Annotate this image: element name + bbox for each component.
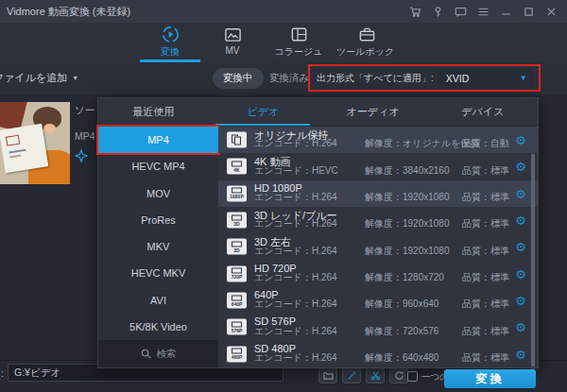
format-badge-icon: 1080P <box>227 185 247 201</box>
format-row[interactable]: 3D 3D 左右 エンコード：H.264 解像度：1920x1080 品質：標準… <box>218 233 538 260</box>
add-file-button[interactable]: ファイルを追加 ▼ <box>0 71 78 85</box>
settings-gear-icon[interactable]: ⚙ <box>515 240 526 254</box>
format-encode: エンコード：H.264 <box>254 137 337 150</box>
format-quality: 品質：標準 <box>462 351 509 365</box>
format-badge-icon <box>227 132 247 148</box>
main-nav: 変換 MV コラージュ ツールボックス <box>0 23 567 62</box>
folder-open-button[interactable] <box>318 367 337 383</box>
cut-button[interactable] <box>366 367 385 383</box>
format-encode: エンコード：H.264 <box>254 217 337 230</box>
format-quality: 品質：自動 <box>462 137 509 150</box>
format-row[interactable]: 640P 640P エンコード：H.264 解像度：960x640 品質：標準 … <box>218 287 538 314</box>
format-search[interactable]: 検索 <box>98 340 218 367</box>
mv-icon <box>224 26 242 43</box>
tab-device[interactable]: デバイス <box>428 98 538 126</box>
nav-label-convert: 変換 <box>161 45 180 59</box>
titlebar: Vidmore 動画変換 (未登録) <box>0 0 567 23</box>
output-format-value: XVID <box>438 73 470 84</box>
menu-icon[interactable] <box>477 6 490 18</box>
format-row[interactable]: 1080P HD 1080P エンコード：H.264 解像度：1920x1080… <box>218 180 538 207</box>
format-badge-icon: 640P <box>227 293 247 309</box>
format-encode: エンコード：H.264 <box>254 271 337 284</box>
format-resolution: 解像度：960x640 <box>365 298 438 311</box>
settings-gear-icon[interactable]: ⚙ <box>515 213 526 228</box>
settings-gear-icon[interactable]: ⚙ <box>515 320 526 334</box>
register-key-icon[interactable] <box>432 6 444 18</box>
settings-gear-icon[interactable]: ⚙ <box>515 186 526 200</box>
format-row[interactable]: 720P HD 720P エンコード：H.264 解像度：1280x720 品質… <box>218 261 538 287</box>
category-avi[interactable]: AVI <box>98 287 218 314</box>
format-row[interactable]: 576P SD 576P エンコード：H.264 解像度：720x576 品質：… <box>218 314 538 340</box>
nav-label-collage: コラージュ <box>275 45 323 59</box>
settings-gear-icon[interactable]: ⚙ <box>515 266 526 281</box>
format-badge-icon: 3D <box>227 239 247 255</box>
format-quality: 品質：標準 <box>462 325 509 338</box>
format-quality: 品質：標準 <box>462 245 509 258</box>
format-quality: 品質：標準 <box>462 271 509 284</box>
category-mp4[interactable]: MP4 <box>98 127 218 153</box>
format-badge-icon: 3D <box>227 213 247 229</box>
save-path-label-fragment: : <box>1 367 4 379</box>
feedback-icon[interactable] <box>455 6 467 18</box>
effect-wand-button[interactable] <box>342 367 361 383</box>
settings-gear-icon[interactable]: ⚙ <box>515 347 526 361</box>
save-path-value: G:¥ビデオ <box>14 366 60 380</box>
format-encode: エンコード：HEVC <box>254 164 338 178</box>
format-resolution: 解像度：1920x1080 <box>365 217 450 230</box>
close-icon[interactable] <box>545 6 558 18</box>
format-quality: 品質：標準 <box>462 217 509 230</box>
settings-gear-icon[interactable]: ⚙ <box>515 133 526 147</box>
source-format-fragment: MP4 <box>75 130 95 142</box>
settings-gear-icon[interactable]: ⚙ <box>515 294 526 308</box>
merge-checkbox[interactable] <box>407 371 418 382</box>
format-badge-icon: 720P <box>227 265 247 281</box>
toolbar-row: ファイルを追加 ▼ 変換中 変換済み 出力形式「すべてに適用」: XVID ▼ <box>0 62 567 94</box>
format-list: オリジナル保持 エンコード：H.264 解像度：オリジナルを保持 品質：自動 ⚙… <box>218 127 538 367</box>
format-badge-icon: 480P <box>227 346 247 362</box>
tab-video[interactable]: ビデオ <box>208 98 318 126</box>
format-popup-tabs: 最近使用 ビデオ オーディオ デバイス <box>98 98 538 127</box>
cart-icon[interactable] <box>409 6 421 18</box>
format-row[interactable]: オリジナル保持 エンコード：H.264 解像度：オリジナルを保持 品質：自動 ⚙ <box>218 127 538 153</box>
format-quality: 品質：標準 <box>462 191 509 204</box>
output-format-label: 出力形式「すべてに適用」: <box>317 72 434 85</box>
format-row[interactable]: 480P SD 480P エンコード：H.264 解像度：640x480 品質：… <box>218 341 538 367</box>
tab-audio[interactable]: オーディオ <box>318 98 428 126</box>
category-5k8k[interactable]: 5K/8K Video <box>98 314 218 340</box>
minimize-icon[interactable] <box>500 6 512 18</box>
nav-label-mv: MV <box>226 45 240 56</box>
category-mov[interactable]: MOV <box>98 180 218 207</box>
app-title: Vidmore 動画変換 (未登録) <box>0 5 130 19</box>
format-encode: エンコード：H.264 <box>254 191 337 204</box>
dropdown-caret-icon: ▼ <box>520 74 533 82</box>
tab-converting[interactable]: 変換中 <box>213 68 264 89</box>
search-icon <box>141 349 151 359</box>
scrollbar <box>531 152 535 371</box>
output-format-dropdown[interactable]: XVID ▼ <box>438 68 533 88</box>
edit-star-icon[interactable] <box>75 149 88 166</box>
refresh-button[interactable] <box>389 367 408 383</box>
scrollbar-thumb[interactable] <box>531 154 535 366</box>
toolbox-icon <box>358 26 376 43</box>
category-mkv[interactable]: MKV <box>98 233 218 260</box>
format-encode: エンコード：H.264 <box>254 245 337 258</box>
format-category-sidebar: MP4 HEVC MP4 MOV ProRes MKV HEVC MKV AVI… <box>98 127 218 367</box>
format-resolution: 解像度：1280x720 <box>365 271 444 284</box>
category-prores[interactable]: ProRes <box>98 207 218 233</box>
format-row[interactable]: 4K 4K 動画 エンコード：HEVC 解像度：3840x2160 品質：標準 … <box>218 153 538 179</box>
collage-icon <box>290 26 308 43</box>
video-thumbnail[interactable] <box>0 102 70 184</box>
format-encode: エンコード：H.264 <box>254 351 337 365</box>
source-info-fragment: ソー <box>75 104 94 117</box>
category-hevc-mp4[interactable]: HEVC MP4 <box>98 153 218 179</box>
category-hevc-mkv[interactable]: HEVC MKV <box>98 260 218 286</box>
tab-recent[interactable]: 最近使用 <box>98 98 208 126</box>
convert-button[interactable]: 変換 <box>444 369 536 388</box>
tab-converted[interactable]: 変換済み <box>269 72 309 85</box>
chevron-down-icon: ▼ <box>72 75 78 81</box>
maximize-icon[interactable] <box>523 6 535 18</box>
settings-gear-icon[interactable]: ⚙ <box>515 160 526 174</box>
format-badge-icon: 4K <box>227 159 247 175</box>
format-row[interactable]: 3D 3D レッド/ブルー エンコード：H.264 解像度：1920x1080 … <box>218 207 538 233</box>
format-resolution: 解像度：3840x2160 <box>365 164 450 178</box>
